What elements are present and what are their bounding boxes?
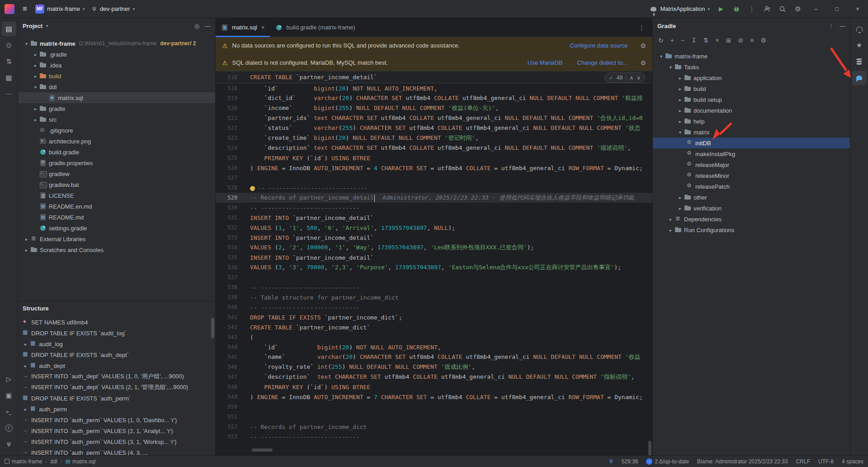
gradle-item-releaseminor[interactable]: releaseMinor [653,170,850,181]
gradle-item-build[interactable]: ▸build [653,83,850,94]
banner-action-change-dialect-to[interactable]: Change dialect to... [577,59,627,66]
filter-icon[interactable]: ≡ [750,37,754,44]
structure-item-insert-into-auth-perm-values-4-3[interactable]: INSERT INTO `auth_perm` VALUES (4, 3, ..… [18,447,215,455]
project-item-idea[interactable]: ▸.idea [18,60,215,71]
project-item-gradlew-bat[interactable]: gradlew.bat [18,179,215,190]
chevron-right-icon[interactable]: ▸ [667,217,675,222]
structure-item-insert-into-auth-perm-values-3-1-worksp-r[interactable]: INSERT INTO `auth_perm` VALUES (3, 1, 'W… [18,436,215,447]
project-widget[interactable]: MF matrix-frame ▾ [32,2,88,16]
structure-item-insert-into-auth-dept-values-2-1-9000[interactable]: INSERT INTO `auth_dept` VALUES (2, 1, '管… [18,382,215,393]
editor-line-538[interactable]: 538-- ---------------------------- [216,282,652,292]
offline-mode-icon[interactable]: ⊘ [738,37,744,44]
line-number[interactable]: 535 [216,254,245,261]
project-item-scratches-and-consoles[interactable]: ▸Scratches and Consoles [18,244,215,255]
line-number[interactable]: 553 [216,434,245,440]
editor-line-544[interactable]: 544 `id` bigint(20) NOT NULL AUTO_INCREM… [216,342,652,352]
editor-line-521[interactable]: 521 `partner_ids` text CHARACTER SET utf… [216,113,652,123]
gradle-item-run-configurations[interactable]: ▸Run Configurations [653,224,850,235]
line-number[interactable]: 532 [216,224,245,231]
chevron-right-icon[interactable]: ▸ [32,106,39,111]
structure-item-auth-dept[interactable]: ▸auth_dept [18,360,215,371]
main-menu-icon[interactable]: ≡ [18,5,32,14]
commit-icon[interactable]: ⊙ [2,38,16,52]
banner-settings-icon[interactable]: ⚙ [640,59,646,67]
structure-item-insert-into-auth-dept-values-1-0-9000[interactable]: INSERT INTO `auth_dept` VALUES (1, 0, '用… [18,371,215,382]
chevron-right-icon[interactable]: ▸ [676,119,684,124]
vcs-fetch-widget[interactable]: ⋔ [609,458,613,465]
services-icon[interactable]: ▣ [2,388,16,403]
code-with-me-icon[interactable] [760,2,775,16]
project-item-src[interactable]: ▸src [18,114,215,125]
structure-item-audit-log[interactable]: ▸audit_log [18,338,215,349]
chevron-right-icon[interactable]: ▸ [667,228,675,233]
gradle-item-matrix[interactable]: ▾matrix [653,127,850,138]
structure-item-drop-table-if-exists-auth-perm[interactable]: DROP TABLE IF EXISTS `auth_perm` [18,393,215,404]
editor-line-518[interactable]: 518 `id` bigint(20) NOT NULL AUTO_INCREM… [216,83,652,93]
project-item-gradle-properties[interactable]: gradle.properties [18,157,215,168]
indent-widget[interactable]: 4 spaces [842,458,863,465]
chevron-right-icon[interactable]: ▸ [23,237,30,242]
run-button[interactable]: ▶ [713,2,729,16]
project-item-gradle[interactable]: ▸.gradle [18,49,215,60]
remove-gradle-project-icon[interactable]: − [681,37,684,44]
locate-file-icon[interactable]: ◎ [194,23,199,29]
editor-line-528[interactable]: 528-- ---------------------------- [216,183,652,193]
tab-build-gradle-matrix-frame[interactable]: build.gradle (matrix-frame) [270,18,360,37]
problems-icon[interactable]: ! [2,421,16,435]
project-item-gradle[interactable]: ▸gradle [18,103,215,114]
chevron-right-icon[interactable]: ▸ [22,363,29,368]
line-number[interactable]: 533 [216,234,245,241]
line-number[interactable]: 545 [216,354,245,360]
editor-line-553[interactable]: 553-- ---------------------------- [216,432,652,442]
debug-button[interactable] [729,2,744,16]
gradle-item-application[interactable]: ▸application [653,72,850,83]
chevron-right-icon[interactable]: ▸ [676,86,684,91]
project-item-gitignore[interactable]: .gitignore [18,125,215,136]
editor-line-536[interactable]: 536VALUES (3, '3', 70000, '2,3', 'Purpos… [216,262,652,272]
chevron-right-icon[interactable]: ▸ [32,52,39,57]
breadcrumb-item-matrix-sql[interactable]: matrix.sql [72,458,95,465]
structure-item-set-names-utf8mb4[interactable]: SET NAMES utf8mb4 [18,317,215,328]
maximize-button[interactable]: □ [826,0,847,18]
chevron-right-icon[interactable]: ▸ [32,74,39,79]
more-actions-icon[interactable]: ⋮ [744,2,760,16]
chevron-right-icon[interactable]: ▸ [676,206,684,211]
line-number[interactable]: 528 [216,185,245,191]
more-icon[interactable]: ⋮ [828,23,834,29]
editor-line-520[interactable]: 520 `income` bigint(255) NULL DEFAULT NU… [216,103,652,113]
banner-settings-icon[interactable]: ⚙ [640,42,646,49]
gradle-item-documentation[interactable]: ▸documentation [653,105,850,116]
inspections-widget[interactable]: ✓ 49 ∧ ∨ [604,72,645,83]
editor-line-537[interactable]: 537 [216,272,652,282]
version-control-icon[interactable]: ⋔ [2,437,16,452]
editor-line-535[interactable]: 535INSERT INTO `partner_income_detail` [216,253,652,262]
project-item-external-libraries[interactable]: ▸External Libraries [18,234,215,244]
line-number[interactable]: 538 [216,284,245,291]
editor-line-551[interactable]: 551 [216,412,652,422]
editor-line-548[interactable]: 548 PRIMARY KEY (`id`) USING BTREE [216,382,652,392]
previous-problem-icon[interactable]: ∧ [629,75,633,81]
line-number[interactable]: 544 [216,344,245,350]
chevron-down-icon[interactable]: ▾ [23,41,30,46]
chevron-down-icon[interactable]: ▾ [32,85,39,90]
editor-line-549[interactable]: 549) ENGINE = InnoDB AUTO_INCREMENT = 7 … [216,392,652,402]
editor-line-541[interactable]: 541DROP TABLE IF EXISTS `partner_income_… [216,312,652,322]
banner-action-configure-data-source[interactable]: Configure data source [570,42,628,49]
expand-collapse-icon[interactable]: ⇅ [703,37,709,44]
hide-panel-icon[interactable]: — [840,23,845,29]
line-number[interactable]: 542 [216,324,245,330]
branch-widget[interactable]: ⋔ dev-partner ▾ [88,2,138,16]
gradle-item-initdb[interactable]: initDB [653,138,850,148]
editor-vertical-scrollbar[interactable] [648,441,651,455]
breadcrumb-item-matrix-frame[interactable]: matrix-frame [12,458,42,465]
settings-icon[interactable]: ⚙ [790,2,806,16]
chevron-down-icon[interactable]: ▾ [676,130,684,135]
tab-matrix-sql[interactable]: matrix.sql× [216,18,270,37]
line-number[interactable]: 552 [216,424,245,430]
chevron-right-icon[interactable]: ▸ [676,76,684,81]
git-sync-status[interactable]: ↑2 Δ/up-to-date [646,458,689,465]
line-number[interactable]: 530 [216,205,245,211]
project-item-gradlew[interactable]: gradlew [18,168,215,179]
blame-widget[interactable]: Blame: Administrator 2025/2/23 22:33 [697,458,788,465]
line-number[interactable]: 543 [216,334,245,340]
